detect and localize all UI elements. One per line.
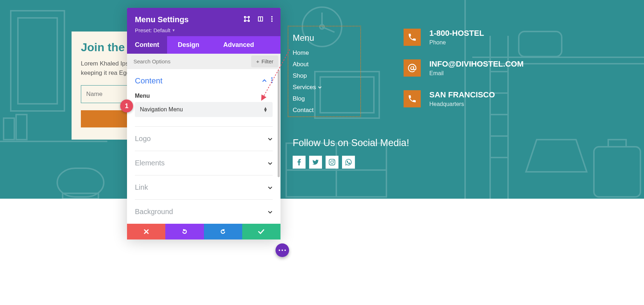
logo-label: Logo (135, 135, 151, 143)
email-label: Email (429, 70, 523, 77)
menu-item-label: Shop (293, 72, 307, 79)
panel-title: Menu Settings (135, 15, 189, 24)
at-icon (404, 59, 421, 77)
redo-button[interactable] (204, 224, 242, 239)
save-button[interactable] (242, 224, 280, 239)
menu-select-value: Navigation Menu (140, 106, 183, 113)
chevron-down-icon (318, 85, 322, 89)
menu-item-about[interactable]: About (293, 59, 356, 70)
link-label: Link (135, 183, 148, 192)
menu-item-label: Contact (293, 107, 314, 114)
svg-point-33 (271, 18, 273, 20)
updown-icon: ▲▼ (263, 107, 268, 112)
contact-phone: 1-800-HOSTEL Phone (404, 29, 523, 46)
svg-point-34 (271, 20, 273, 22)
svg-rect-26 (519, 32, 562, 57)
preset-label: Preset: Default (135, 27, 170, 33)
search-input[interactable] (127, 54, 249, 69)
menu-title: Menu (293, 33, 356, 43)
preset-select[interactable]: Preset: Default ▼ (135, 27, 273, 33)
check-icon (258, 229, 264, 234)
instagram-icon[interactable] (326, 156, 338, 169)
fab-button[interactable] (275, 243, 289, 257)
elements-label: Elements (135, 159, 165, 167)
undo-icon (181, 228, 188, 235)
menu-item-contact[interactable]: Contact (293, 105, 356, 116)
content-section-header[interactable]: Content (135, 76, 273, 86)
facebook-icon[interactable] (293, 156, 306, 169)
phone-icon (404, 90, 421, 107)
action-bar (127, 224, 280, 239)
menu-item-services[interactable]: Services (293, 82, 356, 93)
menu-item-home[interactable]: Home (293, 47, 356, 59)
tab-content[interactable]: Content (127, 36, 167, 54)
chevron-down-icon (268, 159, 273, 167)
social-section: Follow Us on Social Media! (293, 137, 409, 169)
tab-design[interactable]: Design (167, 36, 210, 54)
whatsapp-icon[interactable] (342, 156, 355, 169)
svg-rect-4 (4, 118, 14, 140)
cancel-button[interactable] (127, 224, 165, 239)
logo-section[interactable]: Logo (135, 126, 273, 151)
background-section[interactable]: Background (135, 199, 273, 224)
kebab-icon[interactable] (271, 16, 273, 23)
svg-rect-29 (245, 17, 249, 21)
elements-section[interactable]: Elements (135, 151, 273, 175)
menu-item-label: About (293, 61, 308, 68)
menu-list: Home About Shop Services Blog Contact (293, 47, 356, 116)
svg-point-32 (271, 16, 273, 18)
phone-value: 1-800-HOSTEL (429, 29, 484, 38)
redo-icon (220, 228, 226, 235)
undo-button[interactable] (165, 224, 204, 239)
svg-rect-5 (16, 115, 27, 140)
svg-rect-27 (594, 147, 640, 197)
email-value: INFO@DIVIHOSTEL.COM (429, 59, 523, 69)
contacts-column: 1-800-HOSTEL Phone INFO@DIVIHOSTEL.COM E… (404, 29, 523, 121)
menu-item-label: Home (293, 49, 309, 57)
menu-item-shop[interactable]: Shop (293, 70, 356, 82)
menu-item-label: Services (293, 84, 316, 91)
location-value: SAN FRANCISCO (429, 90, 495, 100)
twitter-icon[interactable] (309, 156, 322, 169)
menu-item-label: Blog (293, 95, 305, 102)
panel-header: Menu Settings Preset: Default ▼ (127, 8, 280, 36)
chevron-down-icon (268, 135, 273, 143)
content-section-title: Content (135, 76, 162, 86)
columns-icon[interactable] (258, 16, 263, 23)
svg-rect-1 (18, 18, 57, 104)
social-title: Follow Us on Social Media! (293, 137, 409, 149)
dot-icon (282, 250, 283, 251)
annotation-arrow (258, 47, 293, 107)
dot-icon (284, 250, 286, 251)
menu-settings-panel: Menu Settings Preset: Default ▼ Content … (127, 8, 280, 239)
menu-item-blog[interactable]: Blog (293, 93, 356, 105)
step-badge-1: 1 (120, 100, 133, 112)
phone-icon (404, 29, 421, 46)
link-section[interactable]: Link (135, 175, 273, 199)
expand-icon[interactable] (244, 16, 250, 23)
close-icon (144, 229, 149, 234)
menu-field-label: Menu (135, 93, 273, 99)
svg-rect-0 (11, 11, 64, 111)
contact-email: INFO@DIVIHOSTEL.COM Email (404, 59, 523, 77)
chevron-down-icon (268, 183, 273, 192)
contact-location: SAN FRANCISCO Headquarters (404, 90, 523, 107)
phone-label: Phone (429, 39, 484, 46)
background-label: Background (135, 208, 173, 216)
dot-icon (279, 250, 280, 251)
svg-line-38 (262, 49, 290, 100)
chevron-down-icon (268, 208, 273, 216)
svg-rect-28 (608, 140, 626, 147)
location-label: Headquarters (429, 101, 495, 107)
caret-down-icon: ▼ (172, 28, 175, 32)
menu-select[interactable]: Navigation Menu ▲▼ (135, 102, 273, 117)
menu-column: Menu Home About Shop Services Blog Conta… (288, 26, 361, 117)
